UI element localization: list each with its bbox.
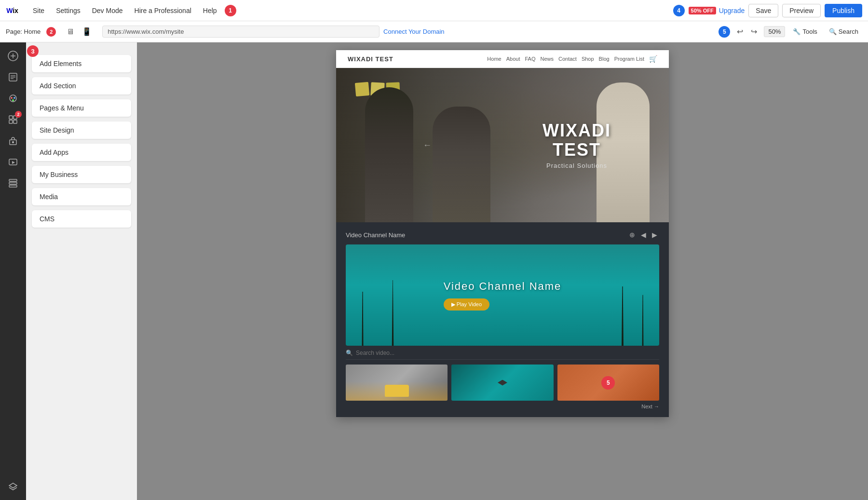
upgrade-button[interactable]: Upgrade [719, 7, 745, 14]
nav-item-about[interactable]: About [506, 56, 520, 62]
pages-menu-button[interactable]: Pages & Menu [32, 99, 131, 117]
mobile-view-button[interactable]: 📱 [79, 26, 95, 38]
business-icon-button[interactable] [3, 131, 23, 150]
person-silhouette-2 [433, 107, 490, 222]
apps-badge: 2 [15, 111, 22, 118]
svg-rect-13 [9, 116, 13, 119]
thumb-badge: 5 [601, 376, 615, 390]
hero-subtitle: Practical Solutions [542, 162, 611, 169]
video-player-overlay: Video Channel Name ▶ Play Video [444, 280, 562, 311]
add-section-button[interactable]: Add Section [32, 77, 131, 95]
svg-text:ix: ix [13, 7, 18, 14]
cart-icon[interactable]: 🛒 [649, 55, 657, 63]
step-badge-3: 3 [27, 45, 39, 57]
site-preview: WIXADI TEST Home About FAQ News Contact … [336, 50, 669, 417]
nav-item-shop[interactable]: Shop [582, 56, 594, 62]
apps-icon-button[interactable]: 2 [3, 110, 23, 129]
svg-rect-21 [9, 179, 17, 181]
media-icon-button[interactable] [3, 152, 23, 172]
desktop-view-button[interactable]: 🖥 [64, 26, 77, 38]
hire-professional-button[interactable]: Hire a Professional [131, 5, 195, 16]
design-icon-button[interactable] [3, 89, 23, 108]
zoom-control[interactable]: 50% [764, 26, 785, 37]
video-thumbnails: 5 [346, 360, 659, 401]
video-next-row: Next → [346, 401, 659, 409]
next-video-button[interactable]: Next → [641, 404, 659, 409]
notification-badge-4[interactable]: 4 [673, 5, 685, 16]
next-video-button-header[interactable]: ▶ [650, 230, 659, 240]
video-section: Video Channel Name ⊕ ◀ ▶ Video Chann [336, 222, 669, 417]
svg-rect-22 [9, 182, 17, 184]
left-panel: 3 Add Elements Add Section Pages & Menu … [26, 42, 137, 500]
cms-button[interactable]: CMS [32, 210, 131, 228]
play-video-button[interactable]: ▶ Play Video [444, 298, 489, 311]
nav-item-program-list[interactable]: Program List [614, 56, 644, 62]
site-design-button[interactable]: Site Design [32, 122, 131, 139]
search-button[interactable]: 🔍 Search [825, 26, 862, 37]
site-nav: Home About FAQ News Contact Shop Blog Pr… [487, 55, 657, 63]
video-search-input[interactable] [356, 350, 659, 356]
layers-icon-button[interactable] [3, 477, 23, 496]
undo-button[interactable]: ↩ [734, 25, 746, 38]
svg-point-11 [14, 97, 15, 99]
address-bar: Page: Home 2 🖥 📱 https://www.wix.com/mys… [0, 21, 868, 42]
person-silhouette-1 [365, 87, 413, 222]
connect-domain-link[interactable]: Connect Your Domain [383, 28, 444, 35]
video-thumb-1[interactable] [346, 365, 448, 401]
video-thumb-3[interactable]: 5 [557, 365, 659, 401]
share-video-button[interactable]: ⊕ [627, 230, 637, 240]
pages-icon-button[interactable] [3, 68, 23, 87]
upgrade-area: 50% OFF Upgrade [689, 7, 745, 14]
video-player-title: Video Channel Name [444, 280, 562, 293]
tools-button[interactable]: 🔧 Tools [789, 26, 821, 37]
svg-marker-20 [12, 161, 15, 164]
save-button[interactable]: Save [748, 4, 778, 17]
video-thumb-2[interactable] [451, 365, 553, 401]
notification-badge-1[interactable]: 1 [225, 5, 236, 16]
help-button[interactable]: Help [199, 5, 221, 16]
svg-rect-18 [12, 141, 14, 143]
cms-icon-button[interactable] [3, 174, 23, 193]
redo-button[interactable]: ↪ [748, 25, 760, 38]
publish-button[interactable]: Publish [825, 4, 862, 17]
notification-badge-5[interactable]: 5 [719, 26, 730, 38]
svg-marker-24 [9, 483, 17, 488]
search-label: Search [839, 28, 858, 35]
video-player[interactable]: Video Channel Name ▶ Play Video [346, 244, 659, 346]
svg-rect-15 [9, 120, 13, 123]
add-element-icon-button[interactable] [3, 46, 23, 66]
video-search-row: 🔍 [346, 346, 659, 360]
site-menu-button[interactable]: Site [29, 5, 48, 16]
add-apps-button[interactable]: Add Apps [32, 144, 131, 161]
preview-button[interactable]: Preview [782, 4, 821, 17]
tools-label: Tools [802, 28, 817, 35]
my-business-button[interactable]: My Business [32, 166, 131, 183]
settings-menu-button[interactable]: Settings [52, 5, 84, 16]
nav-item-faq[interactable]: FAQ [525, 56, 535, 62]
icon-sidebar: 2 [0, 42, 26, 500]
svg-point-10 [11, 97, 13, 99]
undo-redo-controls: ↩ ↪ [734, 25, 760, 38]
video-controls: ⊕ ◀ ▶ [627, 230, 659, 240]
page-badge-2: 2 [46, 27, 56, 37]
top-navbar: W ix Site Settings Dev Mode Hire a Profe… [0, 0, 868, 21]
prev-video-button[interactable]: ◀ [639, 230, 648, 240]
taxi-icon [385, 385, 409, 397]
video-channel-name: Video Channel Name [346, 231, 405, 239]
bird-icon [498, 380, 507, 386]
nav-item-blog[interactable]: Blog [599, 56, 610, 62]
device-icons: 🖥 📱 [64, 26, 95, 38]
video-search-icon: 🔍 [346, 350, 353, 356]
site-header: WIXADI TEST Home About FAQ News Contact … [336, 50, 669, 68]
nav-item-contact[interactable]: Contact [558, 56, 577, 62]
url-display: https://www.wix.com/mysite [102, 26, 380, 38]
page-label: Page: Home [6, 28, 41, 35]
add-elements-button[interactable]: Add Elements [32, 55, 131, 72]
hero-arrow-icon: ← [423, 140, 432, 150]
media-button[interactable]: Media [32, 188, 131, 205]
dev-mode-button[interactable]: Dev Mode [88, 5, 127, 16]
canvas-area: WIXADI TEST Home About FAQ News Contact … [137, 42, 868, 500]
discount-badge: 50% OFF [689, 7, 716, 14]
nav-item-home[interactable]: Home [487, 56, 501, 62]
nav-item-news[interactable]: News [540, 56, 554, 62]
